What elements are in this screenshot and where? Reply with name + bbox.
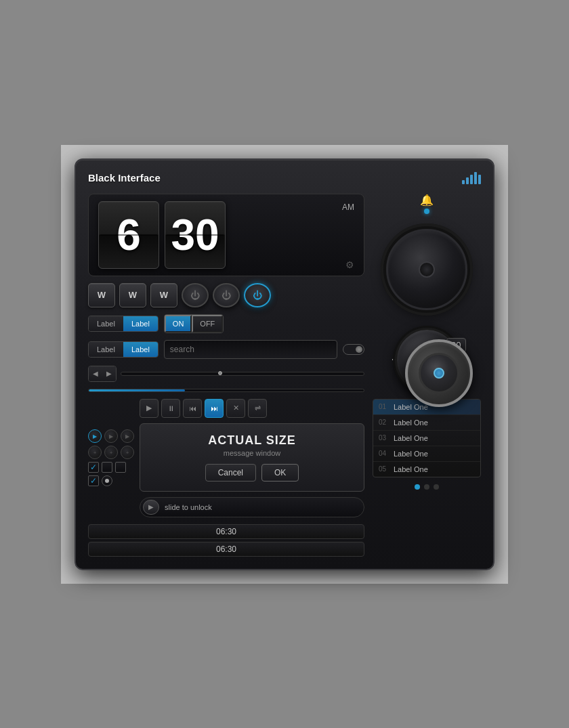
small-btn-plus-1[interactable]: + bbox=[88, 446, 102, 459]
search-row: Label Label bbox=[88, 340, 364, 359]
small-btn-plus-2[interactable]: + bbox=[104, 446, 118, 459]
cancel-button[interactable]: Cancel bbox=[205, 464, 256, 481]
message-title: ACTUAL SIZE bbox=[150, 433, 354, 448]
message-subtitle: message window bbox=[150, 449, 354, 457]
large-knob[interactable] bbox=[386, 229, 467, 310]
radio-button[interactable] bbox=[102, 475, 112, 486]
slider-row: ◀ ▶ bbox=[88, 366, 364, 382]
progress-fill bbox=[89, 389, 185, 391]
list-panel: 01 Label One 02 Label One 03 Label One 0… bbox=[373, 399, 481, 477]
list-item-4[interactable]: 04 Label One bbox=[373, 446, 480, 462]
w-button-3[interactable]: W bbox=[150, 283, 177, 307]
list-num-4: 04 bbox=[379, 450, 389, 457]
small-btn-play-1[interactable]: ▶ bbox=[88, 429, 102, 443]
slide-thumb[interactable]: ▶ bbox=[143, 500, 159, 515]
small-btn-play-3[interactable]: ▶ bbox=[121, 429, 134, 443]
progress-section bbox=[88, 389, 364, 392]
clock-display: 6 30 bbox=[98, 201, 226, 269]
checkbox-2[interactable] bbox=[102, 462, 112, 473]
w-button-1[interactable]: W bbox=[88, 283, 115, 307]
checkbox-1[interactable]: ✓ bbox=[88, 462, 99, 473]
bell-icon: 🔔 bbox=[420, 194, 434, 207]
seg-label-2b[interactable]: Label bbox=[123, 342, 158, 357]
message-buttons: Cancel OK bbox=[150, 464, 354, 481]
outer-wrapper: Black Interface 6 bbox=[61, 145, 508, 584]
transport-shuffle[interactable]: ⇌ bbox=[248, 399, 267, 418]
power-icon-2: ⏻ bbox=[222, 290, 231, 301]
transport-next[interactable]: ⏭ bbox=[205, 399, 224, 418]
check-radio-row bbox=[102, 462, 126, 473]
list-num-5: 05 bbox=[379, 465, 389, 473]
checkbox-3[interactable] bbox=[115, 462, 126, 473]
seg-label-2a[interactable]: Label bbox=[89, 342, 123, 357]
bar-2 bbox=[466, 177, 469, 184]
clock-minute: 30 bbox=[171, 213, 219, 257]
transport-stop[interactable]: ✕ bbox=[226, 399, 245, 418]
list-num-2: 02 bbox=[379, 419, 389, 426]
list-label-3: Label One bbox=[394, 434, 428, 442]
message-window: ACTUAL SIZE message window Cancel OK bbox=[140, 423, 364, 492]
transport-buttons: ▶ ⏸ ⏮ ⏭ ✕ ⇌ bbox=[140, 399, 364, 418]
progress-bar bbox=[88, 389, 364, 392]
nav-left-arrow[interactable]: ◀ bbox=[89, 366, 102, 381]
power-button-2[interactable]: ⏻ bbox=[213, 283, 240, 307]
list-item-5[interactable]: 05 Label One bbox=[373, 462, 480, 477]
transport-play[interactable]: ▶ bbox=[140, 399, 159, 418]
list-label-1: Label One bbox=[394, 403, 428, 411]
toggle-switch[interactable] bbox=[343, 344, 364, 355]
bar-5 bbox=[478, 175, 481, 184]
power-icon-3: ⏻ bbox=[253, 290, 262, 301]
small-btn-row-4: ✓ bbox=[88, 475, 134, 486]
list-label-5: Label One bbox=[394, 465, 428, 473]
left-panel: 6 30 AM ⚙ W W W ⏻ bbox=[88, 194, 364, 557]
magnifier-inner bbox=[419, 353, 459, 393]
clock-settings-icon[interactable]: ⚙ bbox=[345, 259, 354, 270]
indicator-row: 🔔 bbox=[420, 194, 434, 214]
device-panel: Black Interface 6 bbox=[75, 158, 494, 570]
small-btn-row-1: ▶ ▶ ▶ bbox=[88, 429, 134, 443]
clock-section: 6 30 AM ⚙ bbox=[88, 194, 364, 276]
power-button-3[interactable]: ⏻ bbox=[244, 283, 271, 307]
bar-4 bbox=[474, 172, 477, 184]
medium-knob-section: 20 bbox=[395, 328, 459, 392]
checkbox-checked[interactable]: ✓ bbox=[88, 475, 99, 486]
list-label-4: Label One bbox=[394, 450, 428, 458]
search-input[interactable] bbox=[164, 340, 337, 359]
list-item-2[interactable]: 02 Label One bbox=[373, 415, 480, 431]
small-btn-row-2: + + + bbox=[88, 446, 134, 459]
slide-arrow-icon: ▶ bbox=[148, 503, 154, 511]
time-labels: 06:30 06:30 bbox=[88, 524, 364, 557]
slide-text: slide to unlock bbox=[165, 503, 212, 511]
seg-label-1b[interactable]: Label bbox=[123, 316, 158, 331]
seg-button-group-1: Label Label bbox=[88, 316, 159, 332]
list-item-3[interactable]: 03 Label One bbox=[373, 431, 480, 446]
clock-period: AM bbox=[342, 202, 354, 212]
page-dot-3[interactable] bbox=[434, 484, 439, 490]
large-knob-ring bbox=[381, 223, 473, 316]
bell-indicator: 🔔 bbox=[420, 194, 434, 214]
transport-prev[interactable]: ⏮ bbox=[183, 399, 202, 418]
magnifier-glass bbox=[405, 339, 473, 407]
seg-label-1a[interactable]: Label bbox=[89, 316, 123, 331]
small-buttons-column: ▶ ▶ ▶ + + + ✓ bbox=[88, 429, 134, 486]
small-btn-play-2[interactable]: ▶ bbox=[104, 429, 118, 443]
right-panel: 🔔 bbox=[373, 194, 481, 557]
slider-thumb[interactable] bbox=[218, 371, 222, 375]
time-label-1: 06:30 bbox=[88, 524, 364, 539]
toggle-on-btn[interactable]: ON bbox=[165, 315, 192, 333]
toggle-off-btn[interactable]: OFF bbox=[192, 315, 223, 333]
w-button-2[interactable]: W bbox=[119, 283, 146, 307]
time-label-2: 06:30 bbox=[88, 542, 364, 557]
small-btn-plus-3[interactable]: + bbox=[121, 446, 134, 459]
transport-pause[interactable]: ⏸ bbox=[161, 399, 180, 418]
power-button-1[interactable]: ⏻ bbox=[182, 283, 209, 307]
magnifier-dot bbox=[434, 368, 444, 379]
page-dot-1[interactable] bbox=[415, 484, 420, 490]
slide-to-unlock: ▶ slide to unlock bbox=[140, 497, 364, 517]
slider-track[interactable] bbox=[121, 372, 364, 376]
flip-card-minute: 30 bbox=[165, 201, 226, 269]
page-dot-2[interactable] bbox=[424, 484, 429, 490]
ok-button[interactable]: OK bbox=[261, 464, 299, 481]
list-num-3: 03 bbox=[379, 434, 389, 442]
nav-right-arrow[interactable]: ▶ bbox=[102, 366, 116, 381]
